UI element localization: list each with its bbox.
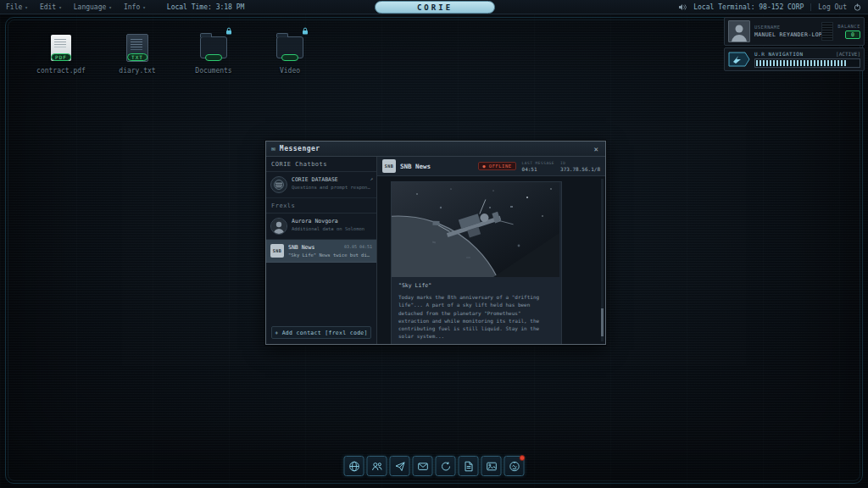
id-label: ID bbox=[560, 161, 565, 165]
window-title: Messenger bbox=[280, 145, 320, 152]
chat-item-corie-database[interactable]: CORIE DATABASE Questions and prompt resp… bbox=[266, 172, 376, 198]
lock-icon bbox=[225, 27, 232, 35]
dock-paper-plane-button[interactable] bbox=[390, 456, 410, 476]
menu-info[interactable]: Info ▾ bbox=[118, 0, 152, 14]
section-frexls: Frexls bbox=[266, 198, 376, 214]
sidebar-spacer bbox=[266, 263, 376, 322]
people-icon bbox=[371, 461, 382, 472]
user-names: USERNAME MANUEL REYANDER-LOPE bbox=[754, 25, 817, 38]
chat-name: CORIE DATABASE bbox=[292, 176, 372, 183]
power-icon[interactable] bbox=[854, 3, 861, 11]
last-message-label: LAST MESSAGE bbox=[522, 161, 555, 165]
desktop-icon-label: diary.txt bbox=[119, 67, 155, 75]
pdf-badge: PDF bbox=[51, 53, 71, 61]
app-dock bbox=[344, 456, 525, 476]
log-out-button[interactable]: Log Out bbox=[818, 3, 847, 11]
last-message-value: 04:51 bbox=[522, 166, 537, 172]
database-avatar-icon bbox=[270, 176, 287, 193]
menu-file-label: File bbox=[6, 3, 22, 11]
id-value: 373.78.56.1/8 bbox=[560, 166, 600, 172]
chat-preview: "Sky Life" News twice but did no... bbox=[288, 252, 372, 258]
chat-message-area: "Sky Life" Today marks the 8th anniversa… bbox=[377, 176, 605, 344]
dock-documents-button[interactable] bbox=[459, 456, 479, 476]
balance-label: BALANCE bbox=[837, 24, 860, 29]
desktop-icon-diary-txt[interactable]: TXT diary.txt bbox=[110, 32, 164, 75]
locked-folder-icon bbox=[199, 32, 228, 63]
navigation-status: [ACTIVE] bbox=[836, 51, 860, 57]
messenger-titlebar[interactable]: ✉ Messenger ✕ bbox=[266, 141, 605, 157]
notification-dot bbox=[520, 455, 526, 461]
message-title: "Sky Life" bbox=[398, 282, 554, 289]
chat-subtitle: Additional data on Solomon bbox=[292, 226, 372, 231]
image-icon bbox=[486, 461, 497, 472]
paper-plane-icon bbox=[394, 461, 405, 472]
chat-title: SNB News bbox=[400, 163, 431, 170]
navigation-module-icon bbox=[728, 52, 750, 67]
dock-assistant-button[interactable] bbox=[504, 456, 525, 476]
avatar bbox=[728, 20, 750, 42]
folder-badge bbox=[205, 54, 222, 61]
envelope-icon: ✉ bbox=[271, 145, 275, 152]
chat-subtitle: Questions and prompt response bbox=[292, 185, 372, 190]
user-status-panel: USERNAME MANUEL REYANDER-LOPE BALANCE 0 … bbox=[724, 17, 865, 71]
chat-name: Aurora Novgora bbox=[292, 218, 372, 225]
last-message-meta: LAST MESSAGE 04:51 bbox=[522, 161, 555, 172]
contact-avatar bbox=[270, 218, 287, 235]
menu-info-label: Info bbox=[124, 3, 140, 11]
terminal-id: Local Terminal: 98-152 CORP bbox=[693, 3, 804, 11]
folder-badge bbox=[281, 54, 298, 61]
user-identity-row: USERNAME MANUEL REYANDER-LOPE BALANCE 0 bbox=[724, 17, 865, 46]
username-value: MANUEL REYANDER-LOPE bbox=[754, 31, 817, 38]
desktop-icon-label: contract.pdf bbox=[36, 67, 86, 75]
dock-gallery-button[interactable] bbox=[481, 456, 502, 476]
chat-item-snb-news[interactable]: SNB SNB News 03.05 04:51 "Sky Life" News… bbox=[266, 240, 376, 263]
txt-badge: TXT bbox=[127, 53, 147, 61]
menu-language[interactable]: Language ▾ bbox=[68, 0, 118, 14]
desktop-icon-label: Documents bbox=[195, 67, 231, 75]
dock-browser-button[interactable] bbox=[344, 456, 364, 476]
snb-avatar: SNB bbox=[270, 244, 284, 258]
local-time: Local Time: 3:18 PM bbox=[167, 3, 245, 11]
chat-scrollbar bbox=[601, 179, 604, 341]
divider bbox=[810, 3, 811, 11]
desktop-icon-contract-pdf[interactable]: PDF contract.pdf bbox=[34, 32, 88, 75]
menu-edit-label: Edit bbox=[40, 3, 56, 11]
message-body: Today marks the 8th anniversary of a "dr… bbox=[398, 293, 549, 341]
dock-contacts-button[interactable] bbox=[367, 456, 387, 476]
add-contact-button[interactable]: + Add contact [frexl code] bbox=[271, 326, 371, 339]
space-station-photo bbox=[392, 182, 559, 277]
chat-item-aurora-novgora[interactable]: Aurora Novgora Additional data on Solomo… bbox=[266, 214, 376, 240]
balance-block: BALANCE 0 bbox=[837, 24, 860, 39]
globe-icon bbox=[348, 461, 359, 472]
chat-scrollbar-thumb[interactable] bbox=[601, 308, 604, 336]
menu-file[interactable]: File ▾ bbox=[0, 0, 34, 14]
speaker-icon[interactable] bbox=[678, 3, 687, 11]
desktop-icons: PDF contract.pdf TXT diary.txt Documents… bbox=[34, 32, 317, 75]
close-icon[interactable]: ✕ bbox=[593, 145, 600, 153]
lock-icon bbox=[302, 27, 309, 35]
desktop-icon-video[interactable]: Video bbox=[263, 32, 317, 75]
dock-mail-button[interactable] bbox=[413, 456, 433, 476]
chevron-down-icon: ▾ bbox=[25, 4, 28, 10]
navigation-progress-fill bbox=[756, 60, 846, 66]
snb-avatar: SNB bbox=[382, 159, 396, 173]
chat-name: SNB News bbox=[288, 244, 314, 251]
message-text-block: "Sky Life" Today marks the 8th anniversa… bbox=[392, 277, 561, 344]
locked-folder-icon bbox=[275, 32, 304, 63]
corie-os-logo: CORIE bbox=[375, 1, 495, 14]
chevron-down-icon: ▾ bbox=[142, 4, 146, 10]
navigation-row: U.R NAVIGATION [ACTIVE] bbox=[724, 47, 865, 71]
chat-header: SNB SNB News ● OFFLINE LAST MESSAGE 04:5… bbox=[377, 157, 605, 176]
navigation-progress-block: U.R NAVIGATION [ACTIVE] bbox=[754, 51, 860, 68]
navigation-label: U.R NAVIGATION bbox=[754, 51, 804, 57]
messenger-sidebar: CORIE Chatbots CORIE DATABASE Questions … bbox=[266, 157, 377, 344]
brain-icon bbox=[509, 461, 520, 472]
status-badge: ● OFFLINE bbox=[478, 162, 515, 170]
contact-id-meta: ID 373.78.56.1/8 bbox=[560, 161, 600, 172]
balance-badge: 0 bbox=[845, 30, 860, 39]
chevron-down-icon: ▾ bbox=[58, 4, 62, 10]
dock-sync-button[interactable] bbox=[436, 456, 456, 476]
chat-pane: SNB SNB News ● OFFLINE LAST MESSAGE 04:5… bbox=[377, 157, 605, 344]
menu-edit[interactable]: Edit ▾ bbox=[34, 0, 68, 14]
desktop-icon-documents[interactable]: Documents bbox=[186, 32, 241, 75]
